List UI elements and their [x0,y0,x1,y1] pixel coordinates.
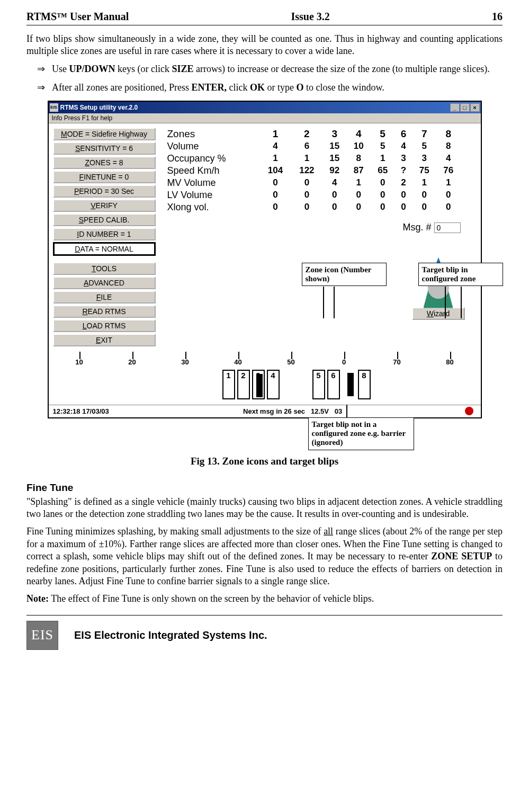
msg-field[interactable]: 0 [434,222,461,233]
ruler-tick: 70 [371,357,424,367]
sidebar-button[interactable]: SPEED CALIB. [53,213,156,226]
zone-box-6[interactable]: 6 [327,370,340,399]
sidebar-button[interactable]: ADVANCED [53,276,156,289]
table-cell: 1 [436,177,461,189]
ruler-tick: 20 [106,357,159,367]
minimize-button[interactable]: _ [450,103,460,112]
maximize-button[interactable]: □ [460,103,470,112]
table-cell: 0 [347,189,371,201]
sidebar-button[interactable]: FILE [53,291,156,304]
sidebar-button[interactable]: ID NUMBER = 1 [53,228,156,240]
table-cell: 122 [291,165,322,177]
menubar[interactable]: Info Press F1 for help [49,113,481,123]
table-cell: 1 [259,128,291,140]
table-cell: 92 [322,165,346,177]
table-cell: 6 [291,140,322,153]
ruler-tick: 30 [159,357,212,367]
table-cell: 5 [371,128,394,140]
sidebar-button[interactable]: TOOLS [53,262,156,275]
table-cell: 65 [371,165,394,177]
app-window: EIS RTMS Setup utility ver.2.0 _ □ × Inf… [48,101,482,418]
paragraph-finetune: Fine Tuning minimizes splashing, by maki… [26,525,503,587]
table-row-label: Zones [164,128,260,140]
callout-blip-in-zone: Target blip in configured zone [418,263,503,287]
zone-box-2[interactable]: 2 [237,370,250,399]
table-cell: 1 [347,177,371,189]
ruler-tick: 0 [318,357,371,367]
table-cell: 87 [347,165,371,177]
table-cell: 76 [436,165,461,177]
instruction-2: After all zones are positioned, Press EN… [37,82,503,94]
window-controls: _ □ × [450,103,480,112]
sidebar-button[interactable]: VERIFY [53,199,156,212]
table-cell: 2 [291,128,322,140]
table-cell: 4 [259,140,291,153]
sidebar-button[interactable]: EXIT [53,334,156,346]
zone-box-1[interactable]: 1 [222,370,235,399]
table-cell: 8 [436,140,461,153]
sidebar-button[interactable]: ZONES = 8 [53,156,156,169]
ruler-tick: 40 [212,357,265,367]
sidebar-button[interactable]: LOAD RTMS [53,319,156,332]
table-cell: 3 [413,153,436,165]
sidebar: MODE = Sidefire HighwaySENSITIVITY = 6ZO… [53,128,159,346]
table-cell: 75 [413,165,436,177]
zone-box-3[interactable]: 3 [252,370,265,399]
sidebar-button[interactable]: DATA = NORMAL [53,242,156,256]
close-button[interactable]: × [470,103,480,112]
titlebar: EIS RTMS Setup utility ver.2.0 _ □ × [49,102,481,113]
ruler-tick: 50 [265,357,318,367]
section-heading: Fine Tune [26,482,503,494]
ruler-tick: 80 [424,357,477,367]
instruction-list: Use UP/DOWN keys (or click SIZE arrows) … [37,63,503,94]
zone-box-5[interactable]: 5 [312,370,325,399]
table-cell: 1 [291,153,322,165]
instruction-1: Use UP/DOWN keys (or click SIZE arrows) … [37,63,503,75]
app-icon: EIS [50,103,58,112]
sidebar-button[interactable]: READ RTMS [53,305,156,318]
doc-issue: Issue 3.2 [291,11,330,23]
sidebar-button[interactable]: FINETUNE = 0 [53,171,156,183]
table-cell: 0 [394,201,412,213]
wizard-button[interactable]: Wizard [412,307,465,320]
table-cell: 0 [413,201,436,213]
zone-box-4[interactable]: 4 [267,370,280,399]
table-cell: 0 [291,189,322,201]
table-cell: 5 [413,140,436,153]
table-cell: 0 [259,201,291,213]
footer-company: EIS Electronic Integrated Systems Inc. [74,629,267,641]
sidebar-button[interactable]: PERIOD = 30 Sec [53,185,156,198]
table-cell: 2 [394,177,412,189]
data-table: Zones12345678Volume4615105458Occupancy %… [164,128,461,213]
table-cell: ? [394,165,412,177]
doc-title: RTMS™ User Manual [26,11,129,23]
table-cell: 8 [436,128,461,140]
status-volts: 12.5V [311,407,329,415]
figure-caption: Fig 13. Zone icons and target blips [26,456,503,467]
zone-box-8[interactable]: 8 [358,370,371,399]
table-cell: 0 [291,201,322,213]
table-row-label: Occupancy % [164,153,260,165]
status-time: 12:32:18 17/03/03 [53,407,109,415]
eis-logo-icon: EIS [26,621,58,650]
table-cell: 104 [259,165,291,177]
status-next: Next msg in 26 sec [243,407,305,415]
sidebar-button[interactable]: SENSITIVITY = 6 [53,142,156,155]
page-footer: EIS EIS Electronic Integrated Systems In… [26,615,503,650]
table-cell: 4 [436,153,461,165]
table-cell: 1 [371,153,394,165]
table-cell: 0 [259,189,291,201]
range-ruler: 102030405007080 1 2 3 4 5 6 8 [53,352,477,405]
main-panel: Zones12345678Volume4615105458Occupancy %… [159,128,477,346]
table-cell: 1 [259,153,291,165]
window-title: RTMS Setup utility ver.2.0 [60,104,138,111]
msg-row: Msg. # 0 [164,222,477,233]
ruler-tick: 10 [53,357,106,367]
table-cell: 3 [322,128,346,140]
table-cell: 4 [322,177,346,189]
table-cell: 15 [322,153,346,165]
table-cell: 0 [322,189,346,201]
table-row-label: Speed Km/h [164,165,260,177]
table-row-label: Xlong vol. [164,201,260,213]
sidebar-button[interactable]: MODE = Sidefire Highway [53,128,156,140]
